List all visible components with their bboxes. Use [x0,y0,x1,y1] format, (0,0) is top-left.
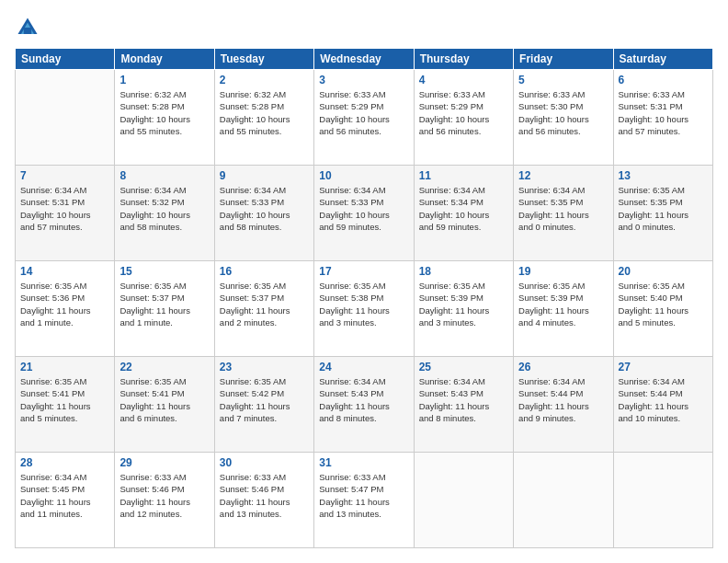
day-info: Sunrise: 6:35 AM Sunset: 5:37 PM Dayligh… [220,280,309,328]
column-header-friday: Friday [514,49,613,70]
day-info: Sunrise: 6:35 AM Sunset: 5:40 PM Dayligh… [619,280,708,328]
week-row-3: 14Sunrise: 6:35 AM Sunset: 5:36 PM Dayli… [16,261,713,357]
calendar-cell: 12Sunrise: 6:34 AM Sunset: 5:35 PM Dayli… [514,166,613,261]
calendar-cell: 2Sunrise: 6:32 AM Sunset: 5:28 PM Daylig… [214,70,313,166]
day-number: 23 [220,361,309,373]
calendar-cell: 1Sunrise: 6:32 AM Sunset: 5:28 PM Daylig… [115,70,214,166]
day-number: 30 [220,456,309,469]
header-row: SundayMondayTuesdayWednesdayThursdayFrid… [16,49,713,70]
calendar-cell: 5Sunrise: 6:33 AM Sunset: 5:30 PM Daylig… [514,70,613,166]
calendar-cell: 15Sunrise: 6:35 AM Sunset: 5:37 PM Dayli… [115,261,214,357]
calendar-cell: 21Sunrise: 6:35 AM Sunset: 5:41 PM Dayli… [16,357,115,453]
calendar-cell: 6Sunrise: 6:33 AM Sunset: 5:31 PM Daylig… [613,70,712,166]
day-info: Sunrise: 6:35 AM Sunset: 5:36 PM Dayligh… [20,280,109,328]
calendar-cell: 26Sunrise: 6:34 AM Sunset: 5:44 PM Dayli… [514,357,613,453]
calendar-cell [16,70,115,166]
day-number: 13 [619,169,708,182]
day-info: Sunrise: 6:35 AM Sunset: 5:39 PM Dayligh… [518,280,608,328]
day-info: Sunrise: 6:34 AM Sunset: 5:32 PM Dayligh… [119,184,209,233]
day-info: Sunrise: 6:34 AM Sunset: 5:44 PM Dayligh… [518,375,608,424]
day-info: Sunrise: 6:34 AM Sunset: 5:45 PM Dayligh… [20,471,109,520]
day-number: 12 [518,169,608,182]
calendar-cell: 10Sunrise: 6:34 AM Sunset: 5:33 PM Dayli… [314,166,414,261]
calendar-cell: 28Sunrise: 6:34 AM Sunset: 5:45 PM Dayli… [16,453,115,548]
calendar-cell: 3Sunrise: 6:33 AM Sunset: 5:29 PM Daylig… [314,70,414,166]
week-row-5: 28Sunrise: 6:34 AM Sunset: 5:45 PM Dayli… [16,453,713,548]
calendar-cell: 27Sunrise: 6:34 AM Sunset: 5:44 PM Dayli… [613,357,712,453]
calendar-cell: 23Sunrise: 6:35 AM Sunset: 5:42 PM Dayli… [214,357,313,453]
week-row-1: 1Sunrise: 6:32 AM Sunset: 5:28 PM Daylig… [16,70,713,166]
day-info: Sunrise: 6:35 AM Sunset: 5:38 PM Dayligh… [319,280,408,328]
calendar-cell: 14Sunrise: 6:35 AM Sunset: 5:36 PM Dayli… [16,261,115,357]
day-number: 26 [518,361,608,373]
day-number: 3 [319,74,408,86]
calendar-cell: 22Sunrise: 6:35 AM Sunset: 5:41 PM Dayli… [115,357,214,453]
day-info: Sunrise: 6:35 AM Sunset: 5:37 PM Dayligh… [119,280,209,328]
calendar-cell: 20Sunrise: 6:35 AM Sunset: 5:40 PM Dayli… [613,261,712,357]
day-number: 1 [119,74,209,86]
day-number: 19 [518,265,608,278]
calendar-cell: 16Sunrise: 6:35 AM Sunset: 5:37 PM Dayli… [214,261,313,357]
calendar-cell: 29Sunrise: 6:33 AM Sunset: 5:46 PM Dayli… [115,453,214,548]
calendar-header: SundayMondayTuesdayWednesdayThursdayFrid… [16,49,713,70]
day-number: 22 [119,361,209,373]
day-info: Sunrise: 6:34 AM Sunset: 5:33 PM Dayligh… [220,184,309,233]
svg-rect-2 [24,28,31,34]
day-number: 27 [619,361,708,373]
calendar-cell [414,453,513,548]
column-header-monday: Monday [115,49,214,70]
day-number: 5 [518,74,608,86]
day-info: Sunrise: 6:35 AM Sunset: 5:42 PM Dayligh… [220,375,309,424]
calendar-cell: 24Sunrise: 6:34 AM Sunset: 5:43 PM Dayli… [314,357,414,453]
day-info: Sunrise: 6:32 AM Sunset: 5:28 PM Dayligh… [220,88,309,137]
calendar-cell: 30Sunrise: 6:33 AM Sunset: 5:46 PM Dayli… [214,453,313,548]
day-info: Sunrise: 6:34 AM Sunset: 5:44 PM Dayligh… [619,375,708,424]
day-number: 2 [220,74,309,86]
day-info: Sunrise: 6:35 AM Sunset: 5:41 PM Dayligh… [20,375,109,424]
header [15,15,713,40]
day-number: 11 [419,169,508,182]
calendar-cell: 13Sunrise: 6:35 AM Sunset: 5:35 PM Dayli… [613,166,712,261]
calendar-cell: 4Sunrise: 6:33 AM Sunset: 5:29 PM Daylig… [414,70,513,166]
day-number: 17 [319,265,408,278]
calendar-cell: 19Sunrise: 6:35 AM Sunset: 5:39 PM Dayli… [514,261,613,357]
day-number: 29 [119,456,209,469]
day-info: Sunrise: 6:35 AM Sunset: 5:35 PM Dayligh… [619,184,708,233]
day-number: 18 [419,265,508,278]
day-number: 7 [20,169,109,182]
column-header-thursday: Thursday [414,49,513,70]
calendar-cell: 17Sunrise: 6:35 AM Sunset: 5:38 PM Dayli… [314,261,414,357]
calendar-cell: 8Sunrise: 6:34 AM Sunset: 5:32 PM Daylig… [115,166,214,261]
day-info: Sunrise: 6:32 AM Sunset: 5:28 PM Dayligh… [119,88,209,137]
column-header-tuesday: Tuesday [214,49,313,70]
day-number: 21 [20,361,109,373]
calendar-body: 1Sunrise: 6:32 AM Sunset: 5:28 PM Daylig… [16,70,713,548]
day-info: Sunrise: 6:34 AM Sunset: 5:31 PM Dayligh… [20,184,109,233]
logo-icon [15,15,40,40]
day-info: Sunrise: 6:33 AM Sunset: 5:46 PM Dayligh… [220,471,309,520]
calendar-cell [613,453,712,548]
day-number: 14 [20,265,109,278]
day-number: 4 [419,74,508,86]
page: SundayMondayTuesdayWednesdayThursdayFrid… [0,0,728,563]
calendar-cell: 7Sunrise: 6:34 AM Sunset: 5:31 PM Daylig… [16,166,115,261]
calendar-cell: 25Sunrise: 6:34 AM Sunset: 5:43 PM Dayli… [414,357,513,453]
calendar-cell [514,453,613,548]
day-number: 8 [119,169,209,182]
day-info: Sunrise: 6:34 AM Sunset: 5:35 PM Dayligh… [518,184,608,233]
day-info: Sunrise: 6:33 AM Sunset: 5:47 PM Dayligh… [319,471,408,520]
day-number: 24 [319,361,408,373]
day-number: 28 [20,456,109,469]
day-info: Sunrise: 6:33 AM Sunset: 5:31 PM Dayligh… [619,88,708,137]
day-number: 31 [319,456,408,469]
calendar-cell: 18Sunrise: 6:35 AM Sunset: 5:39 PM Dayli… [414,261,513,357]
day-info: Sunrise: 6:34 AM Sunset: 5:43 PM Dayligh… [319,375,408,424]
day-info: Sunrise: 6:33 AM Sunset: 5:30 PM Dayligh… [518,88,608,137]
column-header-wednesday: Wednesday [314,49,414,70]
day-number: 15 [119,265,209,278]
day-number: 6 [619,74,708,86]
calendar-cell: 9Sunrise: 6:34 AM Sunset: 5:33 PM Daylig… [214,166,313,261]
day-info: Sunrise: 6:34 AM Sunset: 5:33 PM Dayligh… [319,184,408,233]
day-number: 20 [619,265,708,278]
day-info: Sunrise: 6:35 AM Sunset: 5:41 PM Dayligh… [119,375,209,424]
